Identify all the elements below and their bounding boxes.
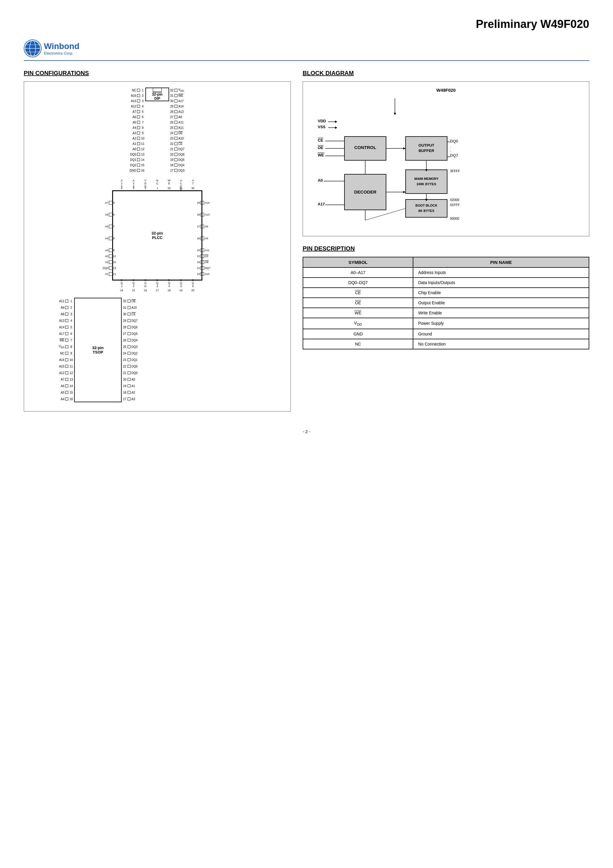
svg-marker-58: [394, 113, 396, 115]
pinname-cell: Output Enable: [413, 298, 589, 308]
pin-row: A48: [121, 125, 146, 130]
svg-text:A17: A17: [318, 202, 325, 206]
pin-row: 27A8: [169, 114, 194, 119]
svg-rect-41: [406, 170, 447, 194]
symbol-cell: CE: [303, 288, 413, 298]
svg-text:DQ7: DQ7: [450, 153, 458, 158]
pinname-cell: Write Enable: [413, 308, 589, 318]
pin-row: A111: [121, 141, 146, 146]
symbol-cell: NC: [303, 339, 413, 349]
pinname-cell: Chip Enable: [413, 288, 589, 298]
pin-row: 31WE: [169, 93, 194, 98]
svg-text:CONTROL: CONTROL: [354, 145, 376, 150]
pinname-cell: No Connection: [413, 339, 589, 349]
pin-config-box: NC1 A162 A153 A124 A75: [24, 81, 291, 411]
pin-config-title: PIN CONFIGURATIONS: [24, 70, 291, 77]
svg-marker-40: [403, 191, 406, 193]
col-pinname: PIN NAME: [413, 257, 589, 267]
svg-text:8K BYTES: 8K BYTES: [418, 209, 434, 212]
pin-row: 29A14: [169, 104, 194, 109]
svg-text:3FFFF: 3FFFF: [450, 169, 460, 173]
chip-name-label: W49F020: [309, 88, 583, 93]
pin-row: GND16: [121, 168, 146, 173]
divider: [24, 60, 589, 61]
pin-row: A210: [121, 136, 146, 141]
svg-marker-11: [335, 127, 337, 129]
svg-text:BUFFER: BUFFER: [419, 149, 434, 153]
svg-text:DQ0: DQ0: [450, 139, 458, 143]
pin-config-section: PIN CONFIGURATIONS NC1 A162 A153: [24, 70, 291, 411]
pinname-cell: Power Supply: [413, 318, 589, 329]
svg-text:VSS: VSS: [318, 125, 325, 129]
pin-row: 25A11: [169, 125, 194, 130]
pin-row: DQ215: [121, 163, 146, 168]
page-title: Preliminary W49F020: [24, 18, 589, 31]
svg-text:OE: OE: [318, 146, 324, 150]
dip-chip-body: 32-pin DIP: [146, 88, 169, 101]
pin-row: A66: [121, 114, 146, 119]
table-row: WE Write Enable: [303, 308, 589, 318]
pin-description-table: SYMBOL PIN NAME A0–A17 Address Inputs DQ…: [303, 257, 589, 349]
pinname-cell: Ground: [413, 329, 589, 339]
svg-text:CE: CE: [318, 138, 323, 143]
table-row: CE Chip Enable: [303, 288, 589, 298]
pin-row: 26A11: [169, 119, 194, 125]
pin-row: 32VDD: [169, 88, 194, 93]
table-row: DQ0–DQ7 Data Inputs/Outputs: [303, 277, 589, 288]
pin-row: 20DQ6: [169, 152, 194, 157]
pin-row: NC1: [121, 88, 146, 93]
pin-row: 23A10: [169, 136, 194, 141]
pin-row: A012: [121, 146, 146, 152]
svg-text:A0: A0: [318, 178, 323, 183]
svg-text:BOOT BLOCK: BOOT BLOCK: [415, 204, 437, 207]
svg-text:248K BYTES: 248K BYTES: [416, 182, 436, 186]
main-content: PIN CONFIGURATIONS NC1 A162 A153: [24, 70, 589, 411]
svg-text:WE: WE: [318, 153, 324, 157]
symbol-cell: VDD: [303, 318, 413, 329]
dip-left-pins: NC1 A162 A153 A124 A75: [121, 88, 146, 173]
pin-row: 22CE: [169, 141, 194, 146]
pin-row: 28A13: [169, 109, 194, 114]
pin-row: A124: [121, 104, 146, 109]
block-diagram-title: BLOCK DIAGRAM: [303, 70, 589, 77]
symbol-cell: WE: [303, 308, 413, 318]
pin-row: 24OE: [169, 130, 194, 136]
svg-text:MAIM MEMORY: MAIM MEMORY: [414, 177, 438, 180]
svg-text:01FFF: 01FFF: [450, 203, 460, 207]
svg-marker-21: [403, 147, 406, 150]
pin-row: A75: [121, 109, 146, 114]
svg-text:00000: 00000: [450, 217, 459, 220]
pin-row: DQ013: [121, 152, 146, 157]
block-diagram-box: W49F020 VDD VSS CE OE WE: [303, 81, 589, 236]
pin-row: A57: [121, 119, 146, 125]
svg-marker-9: [335, 121, 337, 123]
svg-text:OUTPUT: OUTPUT: [418, 143, 434, 147]
symbol-cell: DQ0–DQ7: [303, 277, 413, 288]
tsop-diagram: A111 A92 A83 A134 A145 A176 WE7 VDD8 NC9…: [53, 298, 261, 402]
dip-right-pins: 32VDD 31WE 30A17 29A14 28A13: [169, 88, 194, 173]
pin-row: 17DQ3: [169, 168, 194, 173]
pin-row: 19DQ5: [169, 157, 194, 163]
table-row: VDD Power Supply: [303, 318, 589, 329]
right-section: BLOCK DIAGRAM W49F020 VDD VSS CE OE WE: [303, 70, 589, 411]
pin-row: A153: [121, 98, 146, 104]
svg-rect-45: [406, 200, 447, 217]
plcc-diagram: A25 A26 VDD NC WE ACDE A7 4 3 2 1 32 31 …: [101, 179, 214, 292]
pin-desc-title: PIN DESCRIPTION: [303, 245, 589, 252]
svg-text:DECODER: DECODER: [354, 189, 376, 194]
pin-row: 30A17: [169, 98, 194, 104]
col-symbol: SYMBOL: [303, 257, 413, 267]
symbol-cell: A0–A17: [303, 267, 413, 277]
symbol-cell: GND: [303, 329, 413, 339]
pin-row: A162: [121, 93, 146, 98]
logo-text: Winbond Electronics Corp.: [44, 42, 79, 56]
svg-text:02000: 02000: [450, 198, 459, 202]
pinname-cell: Data Inputs/Outputs: [413, 277, 589, 288]
symbol-cell: OE: [303, 298, 413, 308]
block-diagram-svg: VDD VSS CE OE WE CONTROL: [309, 99, 475, 229]
table-row: A0–A17 Address Inputs: [303, 267, 589, 277]
pin-row: A39: [121, 130, 146, 136]
pinname-cell: Address Inputs: [413, 267, 589, 277]
pin-row: 21DQ7: [169, 146, 194, 152]
svg-text:·: ·: [450, 146, 451, 149]
